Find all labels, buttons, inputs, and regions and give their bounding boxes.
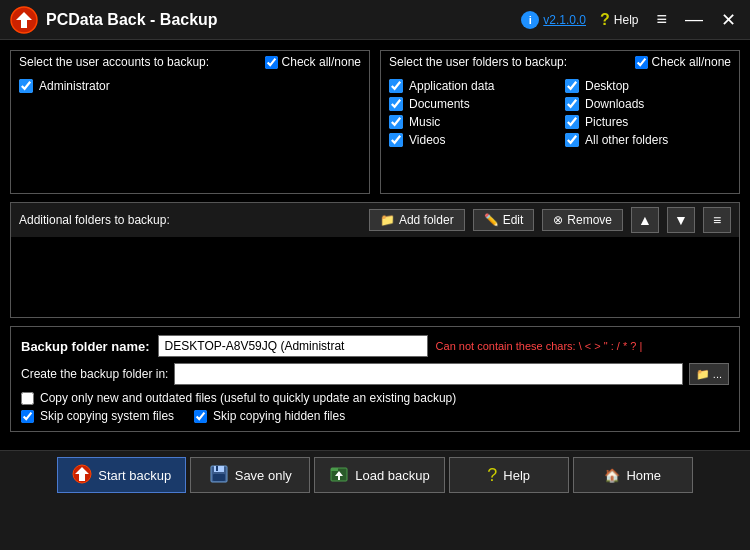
- move-down-button[interactable]: ▼: [667, 207, 695, 233]
- start-backup-button[interactable]: Start backup: [57, 457, 186, 493]
- top-section: Select the user accounts to backup: Chec…: [10, 50, 740, 194]
- home-button[interactable]: 🏠 Home: [573, 457, 693, 493]
- folder-videos-checkbox[interactable]: [389, 133, 403, 147]
- folder-item-desktop: Desktop: [565, 79, 731, 93]
- folder-downloads-label: Downloads: [585, 97, 644, 111]
- create-in-row: Create the backup folder in: 📁 ...: [21, 363, 729, 385]
- load-backup-button[interactable]: Load backup: [314, 457, 444, 493]
- browse-button[interactable]: 📁 ...: [689, 363, 729, 385]
- version-info: i v2.1.0.0: [521, 11, 586, 29]
- folder-item-pictures: Pictures: [565, 115, 731, 129]
- additional-body: [11, 237, 739, 317]
- account-administrator-label: Administrator: [39, 79, 110, 93]
- svg-rect-5: [214, 466, 224, 472]
- folders-check-all-checkbox[interactable]: [635, 56, 648, 69]
- title-bar: PCData Back - Backup i v2.1.0.0 ? Help ≡…: [0, 0, 750, 40]
- save-icon: [209, 464, 229, 487]
- skip-hidden-checkbox[interactable]: [194, 410, 207, 423]
- minimize-button[interactable]: —: [681, 9, 707, 31]
- version-link[interactable]: v2.1.0.0: [543, 13, 586, 27]
- create-in-label: Create the backup folder in:: [21, 367, 168, 381]
- title-bar-right: i v2.1.0.0 ? Help ≡ — ✕: [521, 9, 740, 31]
- skip-system-checkbox[interactable]: [21, 410, 34, 423]
- user-accounts-panel: Select the user accounts to backup: Chec…: [10, 50, 370, 194]
- svg-rect-6: [213, 474, 225, 481]
- bottom-bar: Start backup Save only Load backup ? Hel…: [0, 450, 750, 499]
- folder-pictures-checkbox[interactable]: [565, 115, 579, 129]
- skip-hidden-group: Skip copying hidden files: [194, 409, 345, 423]
- folder-documents-checkbox[interactable]: [389, 97, 403, 111]
- help-link[interactable]: ? Help: [600, 11, 638, 29]
- folder-other-checkbox[interactable]: [565, 133, 579, 147]
- folder-other-label: All other folders: [585, 133, 668, 147]
- folder-desktop-label: Desktop: [585, 79, 629, 93]
- help-label: Help: [614, 13, 639, 27]
- folder-item-music: Music: [389, 115, 555, 129]
- account-administrator-checkbox[interactable]: [19, 79, 33, 93]
- app-icon: [10, 6, 38, 34]
- account-item-administrator: Administrator: [19, 79, 361, 93]
- app-title: PCData Back - Backup: [46, 11, 218, 29]
- folder-name-label: Backup folder name:: [21, 339, 150, 354]
- folder-name-input[interactable]: [158, 335, 428, 357]
- folder-name-row: Backup folder name: Can not contain thes…: [21, 335, 729, 357]
- folders-col2: Desktop Downloads Pictures All other fol…: [565, 79, 731, 187]
- info-icon: i: [521, 11, 539, 29]
- save-only-label: Save only: [235, 468, 292, 483]
- help-button[interactable]: ? Help: [449, 457, 569, 493]
- folder-documents-label: Documents: [409, 97, 470, 111]
- accounts-panel-header: Select the user accounts to backup: Chec…: [11, 51, 369, 73]
- additional-folders-section: Additional folders to backup: 📁 Add fold…: [10, 202, 740, 318]
- create-in-input[interactable]: [174, 363, 682, 385]
- copy-only-checkbox[interactable]: [21, 392, 34, 405]
- folder-item-downloads: Downloads: [565, 97, 731, 111]
- folder-pictures-label: Pictures: [585, 115, 628, 129]
- help-icon: ?: [487, 465, 497, 486]
- folder-appdata-checkbox[interactable]: [389, 79, 403, 93]
- folder-item-videos: Videos: [389, 133, 555, 147]
- folders-header-label: Select the user folders to backup:: [389, 55, 567, 69]
- folder-item-other: All other folders: [565, 133, 731, 147]
- folder-videos-label: Videos: [409, 133, 445, 147]
- skip-system-group: Skip copying system files: [21, 409, 174, 423]
- home-icon: 🏠: [604, 468, 620, 483]
- start-backup-label: Start backup: [98, 468, 171, 483]
- accounts-check-all-checkbox[interactable]: [265, 56, 278, 69]
- start-backup-icon: [72, 464, 92, 487]
- backup-settings: Backup folder name: Can not contain thes…: [10, 326, 740, 432]
- additional-label: Additional folders to backup:: [19, 213, 361, 227]
- user-folders-panel: Select the user folders to backup: Check…: [380, 50, 740, 194]
- close-button[interactable]: ✕: [717, 9, 740, 31]
- window-controls: ≡ — ✕: [652, 9, 740, 31]
- question-icon: ?: [600, 11, 610, 29]
- accounts-check-all[interactable]: Check all/none: [265, 55, 361, 69]
- edit-button[interactable]: ✏️ Edit: [473, 209, 535, 231]
- skip-system-label: Skip copying system files: [40, 409, 174, 423]
- folder-downloads-checkbox[interactable]: [565, 97, 579, 111]
- folder-desktop-checkbox[interactable]: [565, 79, 579, 93]
- folder-music-label: Music: [409, 115, 440, 129]
- folder-appdata-label: Application data: [409, 79, 494, 93]
- folder-item-documents: Documents: [389, 97, 555, 111]
- folders-check-all-label: Check all/none: [652, 55, 731, 69]
- main-content: Select the user accounts to backup: Chec…: [0, 40, 750, 450]
- hamburger-icon[interactable]: ≡: [652, 9, 671, 31]
- copy-only-label: Copy only new and outdated files (useful…: [40, 391, 456, 405]
- browse-folder-icon: 📁: [696, 368, 710, 381]
- save-only-button[interactable]: Save only: [190, 457, 310, 493]
- accounts-header-label: Select the user accounts to backup:: [19, 55, 209, 69]
- remove-icon: ⊗: [553, 213, 563, 227]
- add-folder-button[interactable]: 📁 Add folder: [369, 209, 465, 231]
- title-bar-left: PCData Back - Backup: [10, 6, 218, 34]
- edit-icon: ✏️: [484, 213, 499, 227]
- accounts-panel-body: Administrator: [11, 73, 369, 193]
- load-backup-label: Load backup: [355, 468, 429, 483]
- folders-check-all[interactable]: Check all/none: [635, 55, 731, 69]
- remove-button[interactable]: ⊗ Remove: [542, 209, 623, 231]
- move-up-button[interactable]: ▲: [631, 207, 659, 233]
- home-label: Home: [626, 468, 661, 483]
- menu-button[interactable]: ≡: [703, 207, 731, 233]
- copy-only-row: Copy only new and outdated files (useful…: [21, 391, 729, 405]
- folder-music-checkbox[interactable]: [389, 115, 403, 129]
- warning-text: Can not contain these chars: \ < > " : /…: [436, 340, 643, 352]
